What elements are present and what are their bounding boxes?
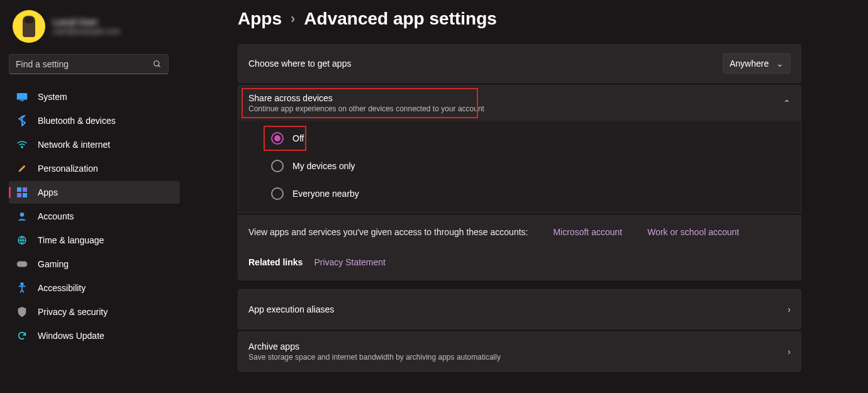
nav-bluetooth[interactable]: Bluetooth & devices: [9, 109, 180, 132]
breadcrumb-root[interactable]: Apps: [238, 9, 282, 29]
sidebar: Local User user@example.com Find a setti…: [0, 0, 189, 393]
radio-my-devices[interactable]: My devices only: [271, 160, 801, 172]
search-input[interactable]: Find a setting: [9, 54, 169, 74]
nav-label: Personalization: [38, 163, 98, 174]
share-title: Share across devices: [248, 93, 484, 103]
chevron-right-icon: ›: [787, 304, 791, 314]
chevron-right-icon: ›: [787, 346, 791, 357]
avatar: [13, 10, 45, 43]
access-label: View apps and services you've given acce…: [248, 227, 528, 237]
wifi-icon: [16, 139, 28, 150]
search-placeholder: Find a setting: [16, 59, 69, 69]
main: Apps › Advanced app settings Choose wher…: [201, 0, 855, 372]
radio-off[interactable]: Off: [271, 132, 801, 145]
bluetooth-icon: [16, 115, 28, 126]
nav-label: Apps: [38, 187, 58, 197]
archive-apps-row[interactable]: Archive apps Save storage space and inte…: [238, 331, 801, 372]
svg-rect-2: [17, 93, 28, 100]
svg-rect-7: [17, 193, 21, 197]
choose-apps-row: Choose where to get apps Anywhere ⌄: [238, 44, 801, 83]
radio-label: Off: [292, 133, 304, 143]
access-row: View apps and services you've given acce…: [238, 216, 801, 248]
shield-icon: [16, 306, 28, 318]
link-microsoft-account[interactable]: Microsoft account: [553, 227, 622, 237]
breadcrumb-leaf: Advanced app settings: [304, 9, 497, 29]
row-subtitle: Save storage space and internet bandwidt…: [248, 353, 501, 362]
radio-icon: [271, 187, 284, 200]
globe-icon: [16, 235, 28, 246]
profile-text: Local User user@example.com: [53, 17, 120, 36]
nav-label: Accounts: [38, 211, 74, 221]
nav-list: System Bluetooth & devices Network & int…: [9, 86, 180, 347]
chevron-down-icon: ⌄: [776, 58, 784, 69]
radio-icon: [271, 160, 284, 172]
radio-label: Everyone nearby: [292, 189, 359, 199]
svg-line-1: [159, 65, 160, 67]
chevron-up-icon: ⌃: [783, 98, 791, 108]
gaming-icon: [16, 258, 28, 270]
nav-label: System: [38, 92, 67, 102]
svg-point-9: [20, 213, 25, 217]
nav-label: Accessibility: [38, 283, 86, 293]
row-title: App execution aliases: [248, 304, 334, 314]
radio-everyone[interactable]: Everyone nearby: [271, 187, 801, 200]
svg-point-12: [21, 283, 23, 285]
link-privacy-statement[interactable]: Privacy Statement: [314, 257, 386, 267]
link-work-school-account[interactable]: Work or school account: [647, 227, 739, 237]
radio-label: My devices only: [292, 161, 355, 171]
breadcrumb: Apps › Advanced app settings: [201, 9, 855, 29]
nav-label: Time & language: [38, 235, 104, 245]
profile-email: user@example.com: [53, 27, 120, 36]
nav-update[interactable]: Windows Update: [9, 324, 180, 347]
nav-personalization[interactable]: Personalization: [9, 157, 180, 180]
brush-icon: [16, 163, 28, 174]
update-icon: [16, 330, 28, 341]
profile-name: Local User: [53, 17, 120, 27]
nav-accessibility[interactable]: Accessibility: [9, 277, 180, 299]
person-icon: [16, 211, 28, 222]
content-panel: Choose where to get apps Anywhere ⌄ Shar…: [238, 44, 801, 372]
nav-label: Bluetooth & devices: [38, 116, 116, 126]
system-icon: [16, 91, 28, 102]
radio-icon: [271, 132, 284, 145]
access-related-card: View apps and services you've given acce…: [238, 215, 801, 280]
chevron-right-icon: ›: [291, 11, 295, 27]
svg-rect-3: [20, 100, 24, 101]
row-title: Archive apps: [248, 341, 501, 351]
share-options: Off My devices only Everyone nearby: [238, 121, 801, 213]
share-header[interactable]: Share across devices Continue app experi…: [238, 86, 801, 121]
svg-point-0: [154, 61, 159, 66]
svg-rect-5: [17, 187, 21, 192]
svg-rect-8: [23, 193, 27, 197]
choose-apps-label: Choose where to get apps: [248, 58, 351, 69]
svg-rect-6: [23, 187, 27, 192]
accessibility-icon: [16, 282, 28, 294]
search-icon: [153, 60, 162, 69]
svg-point-4: [21, 147, 23, 148]
nav-label: Windows Update: [38, 331, 104, 341]
choose-apps-dropdown[interactable]: Anywhere ⌄: [723, 53, 791, 74]
profile-block[interactable]: Local User user@example.com: [9, 8, 180, 54]
svg-rect-11: [17, 262, 28, 267]
nav-system[interactable]: System: [9, 86, 180, 108]
nav-label: Gaming: [38, 259, 69, 269]
app-execution-aliases-row[interactable]: App execution aliases ›: [238, 289, 801, 329]
nav-network[interactable]: Network & internet: [9, 133, 180, 156]
nav-apps[interactable]: Apps: [9, 181, 180, 204]
nav-label: Privacy & security: [38, 307, 108, 317]
related-row: Related links Privacy Statement: [238, 248, 801, 280]
dropdown-value: Anywhere: [730, 58, 769, 69]
nav-gaming[interactable]: Gaming: [9, 253, 180, 275]
nav-accounts[interactable]: Accounts: [9, 205, 180, 228]
share-subtitle: Continue app experiences on other device…: [248, 104, 484, 113]
apps-icon: [16, 187, 28, 198]
share-across-devices-card: Share across devices Continue app experi…: [238, 85, 801, 213]
nav-time[interactable]: Time & language: [9, 229, 180, 252]
related-label: Related links: [248, 257, 303, 267]
nav-label: Network & internet: [38, 140, 110, 150]
nav-privacy[interactable]: Privacy & security: [9, 301, 180, 323]
